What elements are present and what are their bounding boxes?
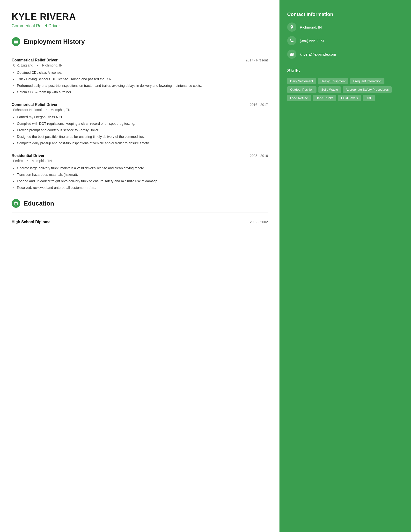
list-item: Provide prompt and courteous service to … [17,128,268,133]
job-1-title: Commerical Relief Driver [12,58,57,62]
list-item: Designed the best possible itineraries f… [17,134,268,139]
location-icon [287,22,296,32]
skill-tag: Hand Trucks [313,95,336,101]
list-item: Obtained CDL class A license. [17,70,268,75]
employment-divider [12,51,268,51]
skill-tag: Load Refuse [287,95,311,101]
contact-location-text: Richmond, IN [300,25,322,29]
employment-section: Employment History Commerical Relief Dri… [12,37,268,190]
main-content: KYLE RIVERA Commerical Relief Driver Emp… [0,0,280,532]
sidebar: Contact Information Richmond, IN (380) 5… [280,0,411,532]
skill-tag: Daily Settlement [287,78,316,84]
skills-tags: Daily SettlementHeavy EquipmentFrequent … [287,78,403,101]
education-divider [12,213,268,213]
job-3-company: FedEx • Memphis, TN [12,159,268,163]
email-icon [287,50,296,59]
skill-tag: Solid Waste [318,86,341,93]
skill-tag: Frequent Interaction [350,78,384,84]
job-3-bullets: Operate large delivery truck, maintain a… [12,166,268,190]
job-block-1: Commerical Relief Driver 2017 - Present … [12,58,268,95]
education-header: Education [12,199,268,208]
contact-email: krivera@example.com [287,50,403,59]
list-item: Obtain CDL & team up with a trainer. [17,90,268,95]
list-item: Operate large delivery truck, maintain a… [17,166,268,171]
job-1-top: Commerical Relief Driver 2017 - Present [12,58,268,62]
list-item: Complied with DOT regulations, keeping a… [17,121,268,126]
job-1-dates: 2017 - Present [246,58,268,62]
list-item: Earned my Oregon Class A CDL. [17,115,268,120]
list-item: Received, reviewed and entered all custo… [17,185,268,190]
employment-icon [12,37,20,46]
skill-tag: Outdoor Position [287,86,317,93]
job-2-top: Commerical Relief Driver 2016 - 2017 [12,103,268,107]
skill-tag: CDL [363,95,375,101]
job-1-bullets: Obtained CDL class A license. Truck Driv… [12,70,268,95]
contact-email-text: krivera@example.com [300,52,336,56]
job-2-bullets: Earned my Oregon Class A CDL. Complied w… [12,115,268,146]
job-block-3: Residential Driver 2008 - 2016 FedEx • M… [12,153,268,190]
list-item: Performed daily pre/ post-trip inspectio… [17,83,268,88]
edu-1-dates: 2002 - 2002 [250,220,268,224]
skill-tag: Fluid Levels [338,95,361,101]
skill-tag: Heavy Equipment [318,78,349,84]
phone-icon [287,36,296,45]
skills-section: Skills Daily SettlementHeavy EquipmentFr… [287,68,403,101]
job-1-company: C.R. England • Richmond, IN [12,63,268,67]
job-2-dates: 2016 - 2017 [250,103,268,107]
list-item: Loaded and unloaded freight onto deliver… [17,179,268,184]
skills-title: Skills [287,68,403,74]
edu-1-degree: High School Diploma [12,220,51,224]
job-3-title: Residential Driver [12,153,45,158]
edu-1-top: High School Diploma 2002 - 2002 [12,220,268,224]
candidate-name: KYLE RIVERA [12,12,268,22]
list-item: Truck Driving School CDL License Trained… [17,77,268,82]
list-item: Transport hazardous materials (hazmat). [17,172,268,177]
employment-title: Employment History [24,38,85,46]
candidate-title: Commerical Relief Driver [12,23,268,28]
resume-header: KYLE RIVERA Commerical Relief Driver [12,12,268,28]
list-item: Complete daily pre-trip and post-trip in… [17,141,268,146]
skill-tag: Appropriate Safety Procedures [343,86,392,93]
education-icon [12,199,20,208]
edu-block-1: High School Diploma 2002 - 2002 [12,220,268,224]
job-block-2: Commerical Relief Driver 2016 - 2017 Sch… [12,103,268,146]
contact-phone-text: (380) 555-2951 [300,39,325,43]
contact-section: Contact Information Richmond, IN (380) 5… [287,12,403,59]
job-2-title: Commerical Relief Driver [12,103,57,107]
employment-header: Employment History [12,37,268,46]
contact-phone: (380) 555-2951 [287,36,403,45]
job-3-top: Residential Driver 2008 - 2016 [12,153,268,158]
contact-title: Contact Information [287,12,403,17]
job-3-dates: 2008 - 2016 [250,154,268,158]
education-title: Education [24,200,54,207]
contact-location: Richmond, IN [287,22,403,32]
job-2-company: Schneider National • Memphis, TN [12,108,268,112]
education-section: Education High School Diploma 2002 - 200… [12,199,268,224]
